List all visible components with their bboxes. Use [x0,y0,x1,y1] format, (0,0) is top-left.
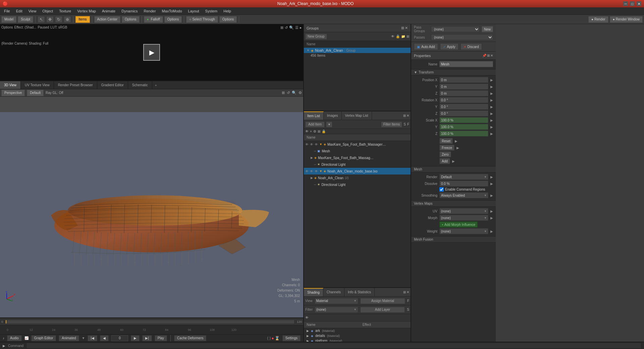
rot-z-value[interactable]: 0.0 ° [439,110,488,116]
il-row-mesh[interactable]: ─ ▣ Mesh [304,148,411,154]
prev-frame-button[interactable]: ◀ [100,335,109,341]
rot-y-arrow[interactable]: ▶ [490,105,493,109]
menu-texture[interactable]: Texture [56,8,74,14]
next-key-button[interactable]: ▶| [142,335,152,341]
groups-icon-eye[interactable]: 👁 [391,35,394,38]
add-layer-s[interactable]: S [407,308,409,311]
tab-images[interactable]: Images [324,111,342,120]
dissolve-value[interactable]: 0.0 % [439,181,488,187]
add-button[interactable]: Add [439,158,450,164]
toolbar-icon-4[interactable]: ⊕ [64,16,71,23]
preview-icon-1[interactable]: ⊞ [280,26,283,30]
render-arrow[interactable]: ▶ [490,175,493,179]
next-frame-button[interactable]: ▶ [131,335,140,341]
smoothing-arrow[interactable]: ▶ [490,194,493,197]
preview-icon-3[interactable]: 🔍 [289,26,294,30]
3d-viewport[interactable]: Mesh Channels: 0 Deformers: ON GL: 3,394… [0,97,303,317]
assign-f[interactable]: F [407,299,409,303]
falloff-options-button[interactable]: Options [164,16,182,23]
frame-display[interactable]: 0 [111,335,128,341]
add-tab-button[interactable]: + [152,81,160,89]
tab-3d-view[interactable]: 3D View [0,81,21,89]
menu-system[interactable]: System [203,8,220,14]
uv-arrow[interactable]: ▶ [490,209,493,213]
new-group-button[interactable]: New Group [305,34,327,40]
weight-arrow[interactable]: ▶ [490,230,493,233]
default-button[interactable]: Default [27,90,44,96]
transport-4[interactable]: ⌛ [275,336,280,341]
play-button[interactable]: ▶ [143,44,160,61]
select-options-button[interactable]: Options [219,16,237,23]
scale-z-value[interactable]: 100.0 % [439,131,488,137]
cache-deformers-button[interactable]: Cache Deformers [174,335,206,341]
group-item-noah[interactable]: ▼ ◈ Noah_Ark_Clean : Group [304,48,411,53]
add-item-dropdown[interactable]: ▼ [326,121,332,128]
filter-dropdown[interactable]: (none) [315,307,358,313]
vp-icon-3[interactable]: 🔍 [292,91,297,95]
il-row-noah-ark[interactable]: 👁 👁 👁 ▼ ◈ Noah_Ark_Clean_modo_base.lxo [304,168,411,174]
settings-button[interactable]: Settings [282,335,301,341]
menu-file[interactable]: File [1,8,13,14]
preview-icon-2[interactable]: ↺ [285,26,288,30]
menu-object[interactable]: Object [40,8,56,14]
enable-command-checkbox[interactable] [439,187,444,192]
name-input[interactable] [439,61,493,67]
shading-expand[interactable]: ⊞ [403,290,406,294]
menu-edit[interactable]: Edit [13,8,25,14]
toolbar-icon-2[interactable]: ✥ [46,16,54,23]
shading-collapse[interactable]: ✕ [407,290,409,294]
menu-help[interactable]: Help [221,8,234,14]
expand-icon[interactable]: ⊞ [401,26,404,30]
rot-y-value[interactable]: 0.0 ° [439,104,488,110]
freeze-arrow[interactable]: ▶ [457,146,459,150]
il-row-noah-clean-sub[interactable]: ▶ ◈ Noah_Ark_Clean (2) [304,174,411,181]
toolbar-icon-1[interactable]: ↖ [38,16,45,23]
vp-icon-1[interactable]: ⊞ [282,91,285,95]
animated-button[interactable]: Animated [59,335,79,341]
reset-arrow[interactable]: ▶ [455,139,458,143]
preview-icon-5[interactable]: ▸ [300,26,302,30]
perspective-button[interactable]: Perspective [1,90,25,96]
scale-z-arrow[interactable]: ▶ [490,132,493,136]
assign-material-button[interactable]: Assign Material [360,298,405,304]
tab-gradient-editor[interactable]: Gradient Editor [97,81,128,89]
pos-y-value[interactable]: 0 m [439,84,488,90]
scale-x-value[interactable]: 100.0 % [439,117,488,123]
discard-button[interactable]: Discard [461,43,482,50]
tab-vertex-map[interactable]: Vertex Map List [342,111,372,120]
transport-2[interactable]: ⟩ [269,336,271,341]
panel-collapse[interactable]: ✕ [407,114,409,117]
weight-dropdown[interactable]: (none) [439,228,488,234]
passes-select[interactable]: (none) [431,34,493,40]
pos-z-arrow[interactable]: ▶ [490,92,493,95]
rot-x-arrow[interactable]: ▶ [490,98,493,102]
prop-pin[interactable]: 📌 [482,54,486,57]
add-item-button[interactable]: Add Item [305,121,325,128]
pos-z-value[interactable]: 0 m [439,90,488,96]
il-eye[interactable]: 👁 [305,130,309,133]
tab-uv-texture[interactable]: UV Texture View [21,81,54,89]
mesh-fusion-header[interactable]: Mesh Fusion [411,237,496,243]
sh-row-ark[interactable]: ▶ ◈ ark (Material) [304,328,411,333]
menu-view[interactable]: View [26,8,39,14]
add-layer-button[interactable]: Add Layer [360,307,405,313]
rot-x-value[interactable]: 0.0 ° [439,97,488,103]
transform-section-header[interactable]: ▼ Transform [411,69,496,76]
filter-items-button[interactable]: Filter Items [381,121,402,128]
mesh-section-header[interactable]: Mesh [411,166,496,172]
tab-channels[interactable]: Channels [323,288,344,296]
il-row-dir-light-2[interactable]: ─ ☀ Directional Light [304,181,411,188]
collapse-icon[interactable]: ✕ [405,26,408,30]
audio-button[interactable]: Audio [7,335,22,341]
graph-editor-button[interactable]: Graph Editor [31,335,56,341]
menu-render[interactable]: Render [141,8,159,14]
timeline-cursor[interactable] [6,320,6,323]
tab-schematic[interactable]: Schematic [128,81,152,89]
tab-render-preset[interactable]: Render Preset Browser [54,81,97,89]
menu-animate[interactable]: Animate [99,8,118,14]
panel-expand[interactable]: ⊞ [403,114,406,117]
uv-dropdown[interactable]: (none) [439,208,488,214]
preview-icon-4[interactable]: ☰ [295,26,299,30]
enable-command-label[interactable]: Enable Command Regions [439,187,485,192]
menu-layout[interactable]: Layout [185,8,202,14]
